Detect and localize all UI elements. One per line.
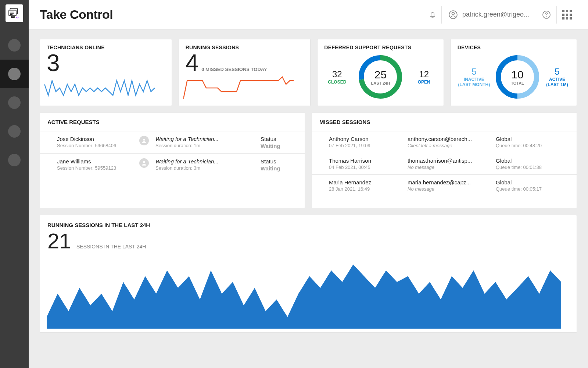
- nav-item-3[interactable]: [0, 88, 29, 117]
- app-title: Take Control: [40, 7, 113, 22]
- status-label: Status: [261, 158, 297, 164]
- session-datetime: 28 Jan 2021, 16:49: [329, 186, 402, 192]
- session-number: Session Number: 59559123: [57, 165, 134, 171]
- message-status: No message: [408, 186, 491, 192]
- header-bar: Take Control patrick.green@trigeo...: [29, 0, 588, 29]
- queue-time: Queue time: 00:48:20: [496, 143, 569, 148]
- running-sessions-count: 4: [186, 51, 199, 75]
- missed-today-label: 0 MISSED SESSIONS TODAY: [201, 67, 267, 72]
- svg-point-16: [143, 139, 145, 141]
- missed-session-row[interactable]: Maria Hernandez28 Jan 2021, 16:49maria.h…: [312, 175, 577, 196]
- missed-session-row[interactable]: Thomas Harrison04 Feb 2021, 00:45thomas.…: [312, 153, 577, 175]
- customer-email: thomas.harrison@antisp...: [408, 158, 491, 164]
- active-request-row[interactable]: Jose DickinsonSession Number: 59668406Wa…: [40, 131, 305, 154]
- session-scope: Global: [496, 179, 569, 185]
- customer-email: maria.hernandez@capz...: [408, 179, 491, 185]
- deferred-open: 12 OPEN: [411, 69, 437, 85]
- panel-active-requests: ACTIVE REQUESTS Jose DickinsonSession Nu…: [40, 113, 305, 208]
- panel-title: RUNNING SESSIONS IN THE LAST 24H: [47, 222, 569, 228]
- message-status: Client left a message: [408, 143, 491, 148]
- customer-name: Anthony Carson: [329, 136, 402, 142]
- user-avatar-icon: [139, 136, 149, 145]
- card-title: DEVICES: [458, 45, 570, 50]
- card-title: TECHNICIANS ONLINE: [47, 45, 165, 50]
- user-email: patrick.green@trigeo...: [462, 11, 529, 18]
- svg-point-9: [546, 16, 547, 17]
- session-scope: Global: [496, 158, 569, 164]
- svg-rect-5: [11, 16, 14, 17]
- request-state: Waiting for a Technician...: [155, 158, 255, 164]
- session-number: Session Number: 59668406: [57, 143, 134, 148]
- queue-time: Queue time: 00:05:17: [496, 186, 569, 192]
- card-running-sessions: RUNNING SESSIONS 4 0 MISSED SESSIONS TOD…: [179, 39, 311, 106]
- customer-name: Thomas Harrison: [329, 158, 402, 164]
- devices-active: 5 ACTIVE (LAST 1M): [544, 67, 570, 87]
- nav-item-4[interactable]: [0, 117, 29, 146]
- status-value: Waiting: [261, 143, 297, 149]
- card-title: DEFERRED SUPPORT REQUESTS: [324, 45, 437, 50]
- customer-email: anthony.carson@berech...: [408, 136, 491, 142]
- message-status: No message: [408, 164, 491, 170]
- deferred-closed: 32 CLOSED: [324, 69, 350, 85]
- card-deferred-requests: DEFERRED SUPPORT REQUESTS 32 CLOSED 25 L…: [317, 39, 444, 106]
- session-duration: Session duration: 3m: [155, 165, 255, 171]
- sessions-24h-label: SESSIONS IN THE LAST 24H: [76, 244, 146, 250]
- active-request-row[interactable]: Jane WilliamsSession Number: 59559123Wai…: [40, 154, 305, 176]
- technicians-count: 3: [47, 51, 165, 75]
- dashboard-content: TECHNICIANS ONLINE 3 RUNNING SESSIONS 4 …: [29, 29, 588, 368]
- requester-name: Jose Dickinson: [57, 136, 134, 142]
- panel-title: ACTIVE REQUESTS: [40, 113, 305, 131]
- customer-name: Maria Hernandez: [329, 179, 402, 185]
- devices-inactive: 5 INACTIVE (LAST MONTH): [458, 67, 491, 87]
- user-avatar-icon: [139, 158, 149, 168]
- nav-item-5[interactable]: [0, 146, 29, 174]
- user-menu[interactable]: patrick.green@trigeo...: [441, 6, 536, 24]
- panel-running-last-24h: RUNNING SESSIONS IN THE LAST 24H 21 SESS…: [40, 215, 577, 333]
- nav-item-1[interactable]: [0, 31, 29, 60]
- session-datetime: 04 Feb 2021, 00:45: [329, 164, 402, 170]
- left-nav-rail: [0, 0, 29, 368]
- notifications-icon[interactable]: [424, 6, 441, 24]
- panel-title: MISSED SESSIONS: [312, 113, 577, 131]
- missed-session-row[interactable]: Anthony Carson07 Feb 2021, 19:09anthony.…: [312, 131, 577, 153]
- apps-grid-icon[interactable]: [556, 6, 577, 24]
- devices-donut: 10 TOTAL: [494, 53, 541, 101]
- panel-missed-sessions: MISSED SESSIONS Anthony Carson07 Feb 202…: [312, 113, 577, 208]
- sessions-24h-count: 21: [47, 230, 71, 252]
- session-scope: Global: [496, 136, 569, 142]
- deferred-donut: 25 LAST 24H: [356, 53, 404, 101]
- status-label: Status: [261, 136, 297, 142]
- app-logo[interactable]: [6, 4, 23, 22]
- running-sparkline: [183, 73, 294, 103]
- nav-item-dashboard[interactable]: [0, 60, 29, 88]
- card-title: RUNNING SESSIONS: [186, 45, 304, 50]
- svg-rect-1: [9, 10, 16, 16]
- card-devices: DEVICES 5 INACTIVE (LAST MONTH) 10 TOTAL: [451, 39, 577, 106]
- session-datetime: 07 Feb 2021, 19:09: [329, 143, 402, 148]
- svg-point-7: [452, 12, 454, 15]
- card-technicians-online: TECHNICIANS ONLINE 3: [40, 39, 172, 106]
- requester-name: Jane Williams: [57, 158, 134, 164]
- help-icon[interactable]: [536, 6, 556, 24]
- session-duration: Session duration: 1m: [155, 143, 255, 148]
- svg-point-17: [143, 161, 145, 163]
- status-value: Waiting: [261, 165, 297, 171]
- queue-time: Queue time: 00:01:38: [496, 164, 569, 170]
- technicians-sparkline: [44, 73, 155, 103]
- request-state: Waiting for a Technician...: [155, 136, 255, 142]
- sessions-24h-area-chart: [47, 259, 561, 329]
